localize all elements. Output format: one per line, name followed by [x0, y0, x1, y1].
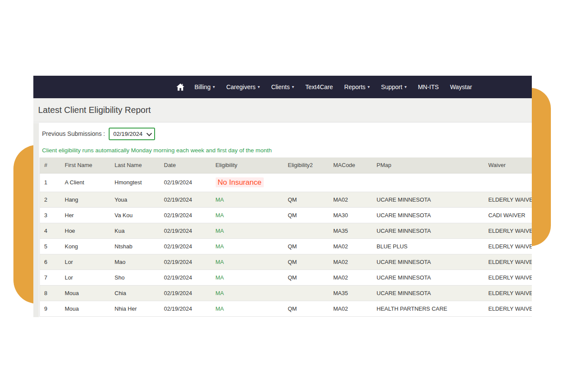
cell-eligibility: MA	[211, 285, 284, 301]
page-title: Latest Client Eligibility Report	[38, 105, 151, 115]
column-header: First Name	[61, 157, 110, 173]
cell-last-name: Ntshab	[110, 238, 160, 254]
page-title-bar: Latest Client Eligibility Report	[33, 98, 532, 122]
table-row: 5 Kong Ntshab 02/19/2024 MA QM MA02 BLUE…	[40, 238, 532, 254]
nav-item-support[interactable]: Support ▾	[375, 84, 412, 90]
cell-eligibility2: QM	[284, 192, 329, 207]
cell-first-name: Hoe	[61, 223, 110, 238]
nav-item-mn-its[interactable]: MN-ITS	[412, 84, 444, 90]
caret-down-icon: ▾	[258, 85, 260, 89]
cell-waiver: ELDERLY WAIVER	[484, 192, 532, 207]
page-left-gutter	[33, 123, 39, 317]
table-row: 9 Moua Nhia Her 02/19/2024 MA QM MA02 HE…	[40, 301, 532, 316]
nav-item-waystar[interactable]: Waystar	[444, 84, 478, 90]
cell-pmap: HEALTH PARTNERS CARE	[372, 301, 484, 316]
cell-waiver: ELDERLY WAIVER	[484, 238, 532, 254]
cell-date: 02/19/2024	[160, 285, 211, 301]
previous-submissions-label: Previous Submissions :	[42, 130, 105, 137]
cell-pmap: UCARE MINNESOTA	[372, 254, 484, 270]
cell-macode: MA02	[329, 254, 372, 270]
cell-eligibility2	[284, 223, 329, 238]
caret-down-icon: ▾	[213, 85, 215, 89]
column-header: Eligibility2	[284, 157, 329, 173]
cell-num: 5	[40, 238, 61, 254]
nav-items: Billing ▾ Caregivers ▾ Clients ▾ Text4Ca…	[189, 84, 478, 90]
nav-item-reports[interactable]: Reports ▾	[339, 84, 375, 90]
cell-pmap	[372, 173, 484, 192]
cell-date: 02/19/2024	[160, 207, 211, 223]
table-row: 6 Lor Mao 02/19/2024 MA QM MA02 UCARE MI…	[40, 254, 532, 270]
nav-item-caregivers[interactable]: Caregivers ▾	[220, 84, 265, 90]
cell-first-name: A Client	[61, 173, 110, 192]
cell-num: 9	[40, 301, 61, 316]
cell-waiver	[484, 173, 532, 192]
content-panel: Previous Submissions : 02/19/2024 Client…	[39, 123, 532, 317]
cell-eligibility: MA	[211, 238, 284, 254]
cell-date: 02/19/2024	[160, 223, 211, 238]
home-icon[interactable]	[172, 84, 189, 91]
cell-pmap: BLUE PLUS	[372, 238, 484, 254]
column-header: Last Name	[110, 157, 160, 173]
nav-item-text4care[interactable]: Text4Care	[300, 84, 339, 90]
cell-eligibility2: QM	[284, 301, 329, 316]
cell-eligibility: No Insurance	[211, 173, 284, 192]
cell-pmap: UCARE MINNESOTA	[372, 270, 484, 285]
date-select-wrap: 02/19/2024	[109, 128, 155, 140]
cell-waiver: CADI WAIVER	[484, 207, 532, 223]
cell-macode	[329, 173, 372, 192]
cell-macode: MA02	[329, 270, 372, 285]
table-row: 2 Hang Youa 02/19/2024 MA QM MA02 UCARE …	[40, 192, 532, 207]
cell-date: 02/19/2024	[160, 173, 211, 192]
table-row: 1 A Client Hmongtest 02/19/2024 No Insur…	[40, 173, 532, 192]
cell-last-name: Va Kou	[110, 207, 160, 223]
cell-eligibility: MA	[211, 223, 284, 238]
cell-waiver: ELDERLY WAIVER	[484, 301, 532, 316]
caret-down-icon: ▾	[404, 85, 407, 89]
cell-date: 02/19/2024	[160, 238, 211, 254]
table-row: 7 Lor Sho 02/19/2024 MA QM MA02 UCARE MI…	[40, 270, 532, 285]
cell-last-name: Mao	[110, 254, 160, 270]
cell-num: 2	[40, 192, 61, 207]
cell-num: 3	[40, 207, 61, 223]
cell-date: 02/19/2024	[160, 192, 211, 207]
cell-waiver: ELDERLY WAIVER	[484, 270, 532, 285]
cell-macode: MA35	[329, 223, 372, 238]
cell-last-name: Kua	[110, 223, 160, 238]
column-header: Date	[160, 157, 211, 173]
cell-eligibility: MA	[211, 270, 284, 285]
cell-first-name: Hang	[61, 192, 110, 207]
cell-eligibility2	[284, 285, 329, 301]
cell-macode: MA02	[329, 238, 372, 254]
cell-first-name: Her	[61, 207, 110, 223]
previous-submissions-select[interactable]: 02/19/2024	[109, 128, 155, 140]
table-row: 8 Moua Chia 02/19/2024 MA MA35 UCARE MIN…	[40, 285, 532, 301]
caret-down-icon: ▾	[368, 85, 370, 89]
cell-macode: MA02	[329, 301, 372, 316]
cell-date: 02/19/2024	[160, 301, 211, 316]
cell-first-name: Lor	[61, 270, 110, 285]
cell-last-name: Nhia Her	[110, 301, 160, 316]
cell-pmap: UCARE MINNESOTA	[372, 207, 484, 223]
cell-eligibility: MA	[211, 254, 284, 270]
cell-eligibility: MA	[211, 301, 284, 316]
column-header: PMap	[372, 157, 484, 173]
eligibility-table: #First NameLast NameDateEligibilityEligi…	[39, 157, 532, 317]
nav-item-clients[interactable]: Clients ▾	[265, 84, 300, 90]
cell-eligibility2: QM	[284, 238, 329, 254]
eligibility-notice: Client eligibility runs automatically Mo…	[42, 147, 532, 154]
table-header-row: #First NameLast NameDateEligibilityEligi…	[40, 157, 532, 173]
cell-num: 1	[40, 173, 61, 192]
no-insurance-badge: No Insurance	[216, 177, 264, 187]
cell-num: 4	[40, 223, 61, 238]
cell-date: 02/19/2024	[160, 270, 211, 285]
cell-last-name: Hmongtest	[110, 173, 160, 192]
cell-eligibility2: QM	[284, 254, 329, 270]
top-navbar: Billing ▾ Caregivers ▾ Clients ▾ Text4Ca…	[33, 76, 532, 98]
cell-eligibility2: QM	[284, 207, 329, 223]
column-header: #	[40, 157, 61, 173]
previous-submissions-row: Previous Submissions : 02/19/2024	[42, 127, 532, 140]
column-header: Waiver	[484, 157, 532, 173]
nav-item-billing[interactable]: Billing ▾	[189, 84, 220, 90]
cell-pmap: UCARE MINNESOTA	[372, 285, 484, 301]
cell-num: 8	[40, 285, 61, 301]
